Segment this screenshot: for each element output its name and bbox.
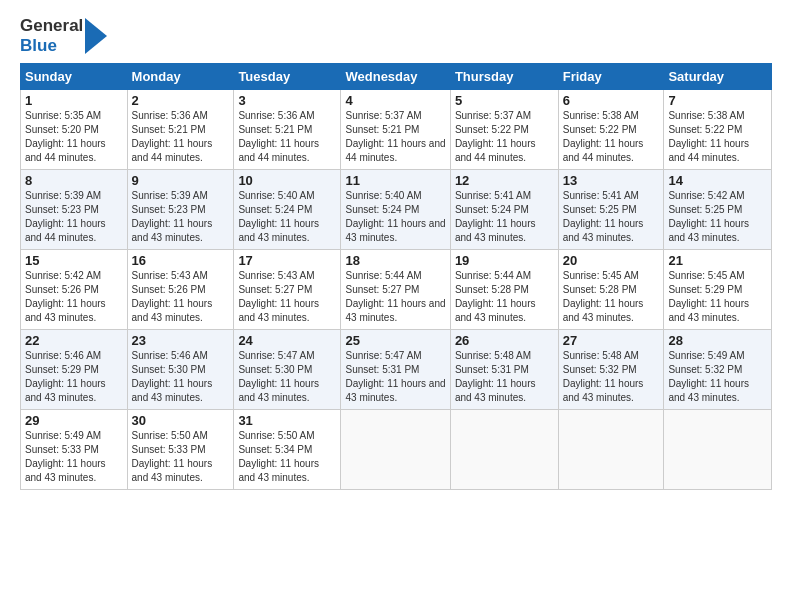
calendar-cell: 19Sunrise: 5:44 AM Sunset: 5:28 PM Dayli… xyxy=(450,250,558,330)
day-number: 29 xyxy=(25,413,123,428)
page: General Blue SundayMondayTuesdayWednesda… xyxy=(0,0,792,612)
day-info: Sunrise: 5:45 AM Sunset: 5:28 PM Dayligh… xyxy=(563,269,660,325)
calendar-cell: 21Sunrise: 5:45 AM Sunset: 5:29 PM Dayli… xyxy=(664,250,772,330)
logo-general: General xyxy=(20,16,83,36)
calendar-cell: 15Sunrise: 5:42 AM Sunset: 5:26 PM Dayli… xyxy=(21,250,128,330)
week-row-2: 8Sunrise: 5:39 AM Sunset: 5:23 PM Daylig… xyxy=(21,170,772,250)
day-info: Sunrise: 5:37 AM Sunset: 5:22 PM Dayligh… xyxy=(455,109,554,165)
day-number: 13 xyxy=(563,173,660,188)
day-number: 25 xyxy=(345,333,445,348)
calendar-cell: 10Sunrise: 5:40 AM Sunset: 5:24 PM Dayli… xyxy=(234,170,341,250)
calendar-cell: 12Sunrise: 5:41 AM Sunset: 5:24 PM Dayli… xyxy=(450,170,558,250)
calendar-cell: 5Sunrise: 5:37 AM Sunset: 5:22 PM Daylig… xyxy=(450,90,558,170)
calendar-cell: 28Sunrise: 5:49 AM Sunset: 5:32 PM Dayli… xyxy=(664,330,772,410)
day-number: 28 xyxy=(668,333,767,348)
day-number: 1 xyxy=(25,93,123,108)
day-info: Sunrise: 5:50 AM Sunset: 5:33 PM Dayligh… xyxy=(132,429,230,485)
week-row-3: 15Sunrise: 5:42 AM Sunset: 5:26 PM Dayli… xyxy=(21,250,772,330)
day-info: Sunrise: 5:42 AM Sunset: 5:26 PM Dayligh… xyxy=(25,269,123,325)
day-info: Sunrise: 5:43 AM Sunset: 5:26 PM Dayligh… xyxy=(132,269,230,325)
day-number: 8 xyxy=(25,173,123,188)
day-info: Sunrise: 5:40 AM Sunset: 5:24 PM Dayligh… xyxy=(238,189,336,245)
calendar-cell: 27Sunrise: 5:48 AM Sunset: 5:32 PM Dayli… xyxy=(558,330,664,410)
calendar-cell: 24Sunrise: 5:47 AM Sunset: 5:30 PM Dayli… xyxy=(234,330,341,410)
day-number: 5 xyxy=(455,93,554,108)
day-info: Sunrise: 5:48 AM Sunset: 5:32 PM Dayligh… xyxy=(563,349,660,405)
day-number: 16 xyxy=(132,253,230,268)
calendar-cell: 22Sunrise: 5:46 AM Sunset: 5:29 PM Dayli… xyxy=(21,330,128,410)
day-info: Sunrise: 5:47 AM Sunset: 5:30 PM Dayligh… xyxy=(238,349,336,405)
day-number: 11 xyxy=(345,173,445,188)
calendar-cell: 8Sunrise: 5:39 AM Sunset: 5:23 PM Daylig… xyxy=(21,170,128,250)
day-number: 4 xyxy=(345,93,445,108)
day-number: 30 xyxy=(132,413,230,428)
calendar-cell: 4Sunrise: 5:37 AM Sunset: 5:21 PM Daylig… xyxy=(341,90,450,170)
day-number: 15 xyxy=(25,253,123,268)
calendar-cell: 16Sunrise: 5:43 AM Sunset: 5:26 PM Dayli… xyxy=(127,250,234,330)
day-info: Sunrise: 5:43 AM Sunset: 5:27 PM Dayligh… xyxy=(238,269,336,325)
week-row-5: 29Sunrise: 5:49 AM Sunset: 5:33 PM Dayli… xyxy=(21,410,772,490)
calendar-cell: 7Sunrise: 5:38 AM Sunset: 5:22 PM Daylig… xyxy=(664,90,772,170)
calendar-header-row: SundayMondayTuesdayWednesdayThursdayFrid… xyxy=(21,64,772,90)
calendar-cell: 9Sunrise: 5:39 AM Sunset: 5:23 PM Daylig… xyxy=(127,170,234,250)
calendar-cell: 25Sunrise: 5:47 AM Sunset: 5:31 PM Dayli… xyxy=(341,330,450,410)
col-header-friday: Friday xyxy=(558,64,664,90)
day-info: Sunrise: 5:39 AM Sunset: 5:23 PM Dayligh… xyxy=(25,189,123,245)
day-info: Sunrise: 5:41 AM Sunset: 5:25 PM Dayligh… xyxy=(563,189,660,245)
header: General Blue xyxy=(20,16,772,55)
day-number: 27 xyxy=(563,333,660,348)
col-header-monday: Monday xyxy=(127,64,234,90)
calendar-cell xyxy=(450,410,558,490)
day-info: Sunrise: 5:44 AM Sunset: 5:28 PM Dayligh… xyxy=(455,269,554,325)
day-info: Sunrise: 5:36 AM Sunset: 5:21 PM Dayligh… xyxy=(132,109,230,165)
day-number: 24 xyxy=(238,333,336,348)
day-number: 26 xyxy=(455,333,554,348)
day-info: Sunrise: 5:47 AM Sunset: 5:31 PM Dayligh… xyxy=(345,349,445,405)
col-header-sunday: Sunday xyxy=(21,64,128,90)
day-number: 20 xyxy=(563,253,660,268)
calendar-cell: 13Sunrise: 5:41 AM Sunset: 5:25 PM Dayli… xyxy=(558,170,664,250)
day-number: 9 xyxy=(132,173,230,188)
day-number: 14 xyxy=(668,173,767,188)
col-header-thursday: Thursday xyxy=(450,64,558,90)
day-number: 10 xyxy=(238,173,336,188)
day-info: Sunrise: 5:49 AM Sunset: 5:32 PM Dayligh… xyxy=(668,349,767,405)
logo-text-block: General Blue xyxy=(20,16,83,55)
calendar-cell: 18Sunrise: 5:44 AM Sunset: 5:27 PM Dayli… xyxy=(341,250,450,330)
day-number: 7 xyxy=(668,93,767,108)
day-number: 3 xyxy=(238,93,336,108)
day-info: Sunrise: 5:39 AM Sunset: 5:23 PM Dayligh… xyxy=(132,189,230,245)
week-row-1: 1Sunrise: 5:35 AM Sunset: 5:20 PM Daylig… xyxy=(21,90,772,170)
col-header-wednesday: Wednesday xyxy=(341,64,450,90)
calendar-cell: 11Sunrise: 5:40 AM Sunset: 5:24 PM Dayli… xyxy=(341,170,450,250)
day-number: 31 xyxy=(238,413,336,428)
day-info: Sunrise: 5:44 AM Sunset: 5:27 PM Dayligh… xyxy=(345,269,445,325)
logo-wordmark: General Blue xyxy=(20,16,107,55)
calendar-cell: 3Sunrise: 5:36 AM Sunset: 5:21 PM Daylig… xyxy=(234,90,341,170)
calendar-cell xyxy=(558,410,664,490)
logo-arrow-icon xyxy=(85,18,107,54)
day-info: Sunrise: 5:46 AM Sunset: 5:29 PM Dayligh… xyxy=(25,349,123,405)
calendar-cell: 1Sunrise: 5:35 AM Sunset: 5:20 PM Daylig… xyxy=(21,90,128,170)
week-row-4: 22Sunrise: 5:46 AM Sunset: 5:29 PM Dayli… xyxy=(21,330,772,410)
svg-marker-0 xyxy=(85,18,107,54)
day-number: 18 xyxy=(345,253,445,268)
calendar-cell: 17Sunrise: 5:43 AM Sunset: 5:27 PM Dayli… xyxy=(234,250,341,330)
calendar-cell: 6Sunrise: 5:38 AM Sunset: 5:22 PM Daylig… xyxy=(558,90,664,170)
calendar-cell: 23Sunrise: 5:46 AM Sunset: 5:30 PM Dayli… xyxy=(127,330,234,410)
calendar-cell: 30Sunrise: 5:50 AM Sunset: 5:33 PM Dayli… xyxy=(127,410,234,490)
col-header-tuesday: Tuesday xyxy=(234,64,341,90)
calendar-cell: 26Sunrise: 5:48 AM Sunset: 5:31 PM Dayli… xyxy=(450,330,558,410)
calendar-cell xyxy=(341,410,450,490)
calendar-cell: 29Sunrise: 5:49 AM Sunset: 5:33 PM Dayli… xyxy=(21,410,128,490)
day-info: Sunrise: 5:38 AM Sunset: 5:22 PM Dayligh… xyxy=(668,109,767,165)
day-info: Sunrise: 5:36 AM Sunset: 5:21 PM Dayligh… xyxy=(238,109,336,165)
day-number: 12 xyxy=(455,173,554,188)
calendar-cell: 14Sunrise: 5:42 AM Sunset: 5:25 PM Dayli… xyxy=(664,170,772,250)
logo-blue: Blue xyxy=(20,36,83,56)
calendar-cell: 20Sunrise: 5:45 AM Sunset: 5:28 PM Dayli… xyxy=(558,250,664,330)
day-number: 19 xyxy=(455,253,554,268)
day-number: 23 xyxy=(132,333,230,348)
day-number: 17 xyxy=(238,253,336,268)
day-info: Sunrise: 5:49 AM Sunset: 5:33 PM Dayligh… xyxy=(25,429,123,485)
